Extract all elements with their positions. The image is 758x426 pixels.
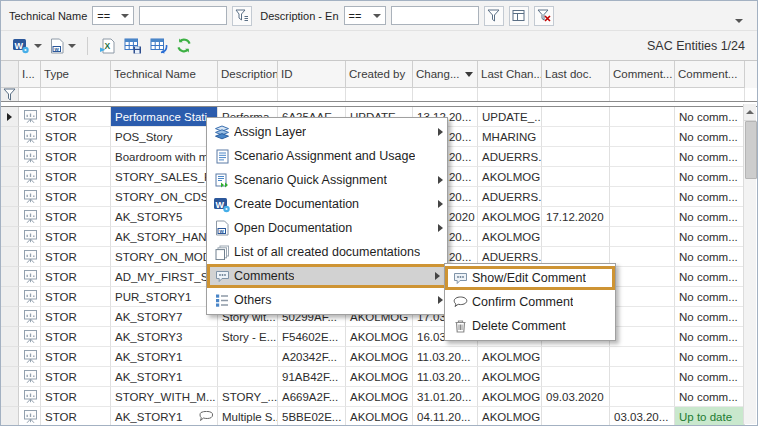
cell-comment-date[interactable] <box>610 207 675 227</box>
cell-changed-on[interactable]: 31.01.20... <box>413 387 478 407</box>
cell-comment-date[interactable] <box>610 287 675 307</box>
column-header-icon[interactable]: I... <box>19 61 41 88</box>
cell-last-changed-by[interactable]: AKOLMOG <box>478 367 542 387</box>
cell-created-by[interactable]: AKOLMOG <box>346 327 413 347</box>
refresh-button[interactable] <box>173 34 195 58</box>
cell-id[interactable]: 91AB42F... <box>278 367 346 387</box>
cell-icon[interactable] <box>19 127 41 147</box>
row-indicator-cell[interactable] <box>1 207 19 227</box>
cell-comment-status[interactable]: No comm... <box>675 347 745 367</box>
menu-item-assign-layer[interactable]: Assign Layer <box>207 120 447 144</box>
column-header-last-doc[interactable]: Last doc. <box>542 61 610 88</box>
cell-technical-name[interactable]: AK_STORY5 <box>111 207 218 227</box>
cell-icon[interactable] <box>19 407 41 426</box>
column-header-comment-status[interactable]: Comment... <box>675 61 745 88</box>
cell-last-doc[interactable] <box>542 347 610 367</box>
cell-technical-name[interactable]: AK_STORY1 <box>111 407 218 426</box>
column-header-last-changed-by[interactable]: Last Chan... <box>478 61 542 88</box>
column-header-technical-name[interactable]: Technical Name <box>111 61 218 88</box>
cell-comment-date[interactable] <box>610 347 675 367</box>
table-save-button[interactable] <box>121 34 145 58</box>
filter-cell-changed-on[interactable] <box>413 88 478 101</box>
cell-last-doc[interactable] <box>542 227 610 247</box>
column-header-comment-date[interactable]: Comment... <box>610 61 675 88</box>
cell-comment-date[interactable] <box>610 367 675 387</box>
row-indicator-cell[interactable] <box>1 367 19 387</box>
filter-cell-comment-date[interactable] <box>610 88 675 101</box>
menu-item-list-of-all-created-documentations[interactable]: List of all created documentations <box>207 240 447 264</box>
cell-icon[interactable] <box>19 107 41 127</box>
row-indicator-cell[interactable] <box>1 107 19 127</box>
filter-layout-button[interactable] <box>509 6 529 26</box>
cell-icon[interactable] <box>19 327 41 347</box>
menu-item-create-documentation[interactable]: WCreate Documentation <box>207 192 447 216</box>
row-indicator-header[interactable] <box>1 61 19 88</box>
menu-item-scenario-assignment-and-usage[interactable]: Scenario Assignment and Usage <box>207 144 447 168</box>
cell-type[interactable]: STOR <box>41 207 111 227</box>
cell-last-changed-by[interactable]: ADUERRS... <box>478 147 542 167</box>
cell-type[interactable]: STOR <box>41 327 111 347</box>
cell-comment-date[interactable] <box>610 147 675 167</box>
menu-item-show-edit-comment[interactable]: Show/Edit Comment <box>445 266 615 290</box>
cell-created-by[interactable]: AKOLMOG <box>346 407 413 426</box>
cell-icon[interactable] <box>19 227 41 247</box>
scroll-up-button[interactable] <box>744 104 756 121</box>
column-header-created-by[interactable]: Created by <box>346 61 413 88</box>
cell-description[interactable]: Story - E... <box>218 327 278 347</box>
cell-last-doc[interactable] <box>542 107 610 127</box>
cell-comment-date[interactable] <box>610 247 675 267</box>
cell-icon[interactable] <box>19 367 41 387</box>
word-create-button[interactable]: W <box>9 34 45 58</box>
cell-comment-status[interactable]: No comm... <box>675 367 745 387</box>
cell-comment-date[interactable] <box>610 187 675 207</box>
column-header-id[interactable]: ID <box>278 61 346 88</box>
cell-type[interactable]: STOR <box>41 107 111 127</box>
cell-created-by[interactable]: AKOLMOG <box>346 347 413 367</box>
panel-collapse-button[interactable] <box>735 13 743 25</box>
cell-comment-date[interactable] <box>610 107 675 127</box>
cell-technical-name[interactable]: AK_STORY3 <box>111 327 218 347</box>
cell-created-by[interactable]: AKOLMOG <box>346 387 413 407</box>
menu-item-confirm-comment[interactable]: Confirm Comment <box>445 290 615 314</box>
cell-comment-status[interactable]: Up to date <box>675 407 745 426</box>
auto-filter-row-cell[interactable] <box>1 88 19 101</box>
excel-export-button[interactable]: X <box>96 34 119 58</box>
cell-type[interactable]: STOR <box>41 367 111 387</box>
cell-type[interactable]: STOR <box>41 127 111 147</box>
cell-technical-name[interactable]: Boardroom with m... <box>111 147 218 167</box>
cell-icon[interactable] <box>19 287 41 307</box>
row-indicator-cell[interactable] <box>1 327 19 347</box>
cell-technical-name[interactable]: STORY_WITH_M... <box>111 387 218 407</box>
row-indicator-cell[interactable] <box>1 347 19 367</box>
filter-value-input-technical-name[interactable] <box>139 6 227 25</box>
column-header-type[interactable]: Type <box>41 61 111 88</box>
cell-type[interactable]: STOR <box>41 307 111 327</box>
cell-technical-name[interactable]: AK_STORY1 <box>111 367 218 387</box>
cell-comment-date[interactable] <box>610 167 675 187</box>
cell-last-changed-by[interactable]: AKOLMOG <box>478 167 542 187</box>
cell-icon[interactable] <box>19 187 41 207</box>
vertical-scrollbar[interactable] <box>743 104 756 424</box>
cell-comment-status[interactable]: No comm... <box>675 107 745 127</box>
menu-item-delete-comment[interactable]: Delete Comment <box>445 314 615 338</box>
cell-type[interactable]: STOR <box>41 387 111 407</box>
cell-comment-status[interactable]: No comm... <box>675 247 745 267</box>
cell-comment-status[interactable]: No comm... <box>675 307 745 327</box>
word-open-button[interactable]: w <box>47 34 79 58</box>
cell-id[interactable]: A20342F... <box>278 347 346 367</box>
cell-id[interactable]: 5BBE02E... <box>278 407 346 426</box>
cell-icon[interactable] <box>19 307 41 327</box>
row-indicator-cell[interactable] <box>1 147 19 167</box>
row-indicator-cell[interactable] <box>1 407 19 426</box>
cell-comment-status[interactable]: No comm... <box>675 287 745 307</box>
cell-changed-on[interactable]: 11.03.20... <box>413 347 478 367</box>
cell-icon[interactable] <box>19 147 41 167</box>
cell-icon[interactable] <box>19 207 41 227</box>
cell-comment-status[interactable]: No comm... <box>675 147 745 167</box>
cell-comment-date[interactable] <box>610 227 675 247</box>
cell-technical-name[interactable]: Performance Stati <box>111 107 218 127</box>
cell-type[interactable]: STOR <box>41 287 111 307</box>
cell-last-doc[interactable] <box>542 167 610 187</box>
filter-value-input-description[interactable] <box>391 6 479 25</box>
filter-cell-last-changed-by[interactable] <box>478 88 542 101</box>
